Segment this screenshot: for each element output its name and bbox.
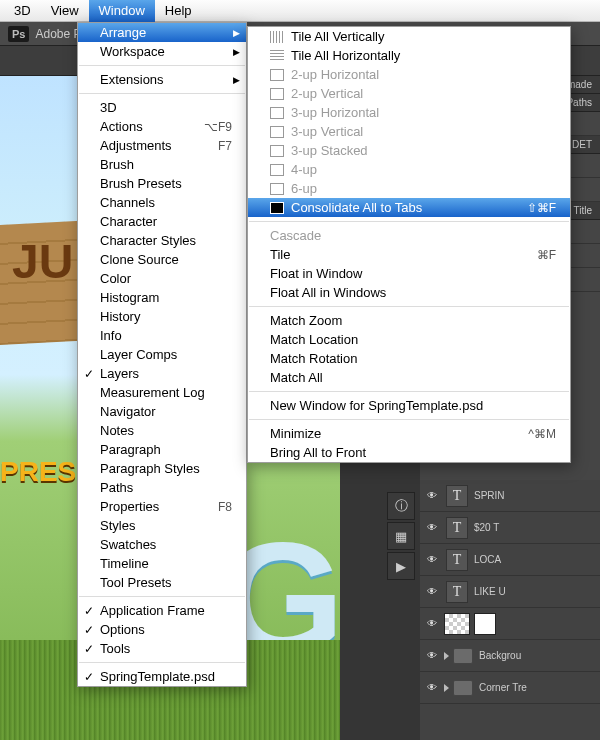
menu-item[interactable]: Application Frame [78, 601, 246, 620]
menu-item-label: Adjustments [100, 138, 172, 153]
menu-item-shortcut: ⌥F9 [184, 120, 232, 134]
panel-icon[interactable]: ▦ [387, 522, 415, 550]
menu-item[interactable]: Paragraph [78, 440, 246, 459]
menu-item[interactable]: Character [78, 212, 246, 231]
menu-item[interactable]: Tools [78, 639, 246, 658]
menu-item[interactable]: PropertiesF8 [78, 497, 246, 516]
menu-item-label: Swatches [100, 537, 156, 552]
menu-item[interactable]: Swatches [78, 535, 246, 554]
menu-item-label: Bring All to Front [270, 445, 366, 460]
menu-item[interactable]: Minimize^⌘M [248, 424, 570, 443]
layer-row[interactable]: 👁Corner Tre [420, 672, 600, 704]
menu-item[interactable]: SpringTemplate.psd [78, 667, 246, 686]
menu-item[interactable]: 3D [78, 98, 246, 117]
menu-item-label: Character Styles [100, 233, 196, 248]
menu-item[interactable]: Float All in Windows [248, 283, 570, 302]
box-icon [270, 183, 284, 195]
menu-item-label: Actions [100, 119, 143, 134]
menu-item[interactable]: Tile⌘F [248, 245, 570, 264]
menu-item[interactable]: Layers [78, 364, 246, 383]
menu-item-label: Clone Source [100, 252, 179, 267]
menu-item[interactable]: Measurement Log [78, 383, 246, 402]
layer-row[interactable]: 👁TSPRIN [420, 480, 600, 512]
menu-item[interactable]: Notes [78, 421, 246, 440]
menu-item-label: Info [100, 328, 122, 343]
menu-item-label: Navigator [100, 404, 156, 419]
menu-item-label: Tools [100, 641, 130, 656]
menu-item-shortcut: ^⌘M [508, 427, 556, 441]
box-icon [270, 164, 284, 176]
text-layer-icon: T [446, 517, 468, 539]
menubar-item-3d[interactable]: 3D [4, 0, 41, 22]
menu-item-label: Notes [100, 423, 134, 438]
menu-item[interactable]: Bring All to Front [248, 443, 570, 462]
menu-item[interactable]: Brush [78, 155, 246, 174]
menu-item[interactable]: Paragraph Styles [78, 459, 246, 478]
menu-item[interactable]: Actions⌥F9 [78, 117, 246, 136]
menu-item[interactable]: AdjustmentsF7 [78, 136, 246, 155]
menu-item[interactable]: Tile All Horizontally [248, 46, 570, 65]
visibility-icon[interactable]: 👁 [424, 586, 440, 597]
menu-item[interactable]: Character Styles [78, 231, 246, 250]
layer-row[interactable]: 👁 [420, 608, 600, 640]
menu-item[interactable]: Match Location [248, 330, 570, 349]
menu-item-label: Character [100, 214, 157, 229]
menu-item[interactable]: Styles [78, 516, 246, 535]
layer-row[interactable]: 👁TLIKE U [420, 576, 600, 608]
os-menubar[interactable]: 3D View Window Help [0, 0, 600, 22]
visibility-icon[interactable]: 👁 [424, 650, 440, 661]
menu-item[interactable]: Arrange [78, 23, 246, 42]
menu-item[interactable]: Extensions [78, 70, 246, 89]
layer-row[interactable]: 👁T$20 T [420, 512, 600, 544]
menu-item[interactable]: Paths [78, 478, 246, 497]
visibility-icon[interactable]: 👁 [424, 490, 440, 501]
menu-item-label: Float All in Windows [270, 285, 386, 300]
menu-item-label: 2-up Horizontal [291, 67, 379, 82]
menu-item[interactable]: Tool Presets [78, 573, 246, 592]
menubar-item-help[interactable]: Help [155, 0, 202, 22]
menu-item[interactable]: Workspace [78, 42, 246, 61]
visibility-icon[interactable]: 👁 [424, 522, 440, 533]
menu-item[interactable]: Histogram [78, 288, 246, 307]
visibility-icon[interactable]: 👁 [424, 618, 440, 629]
menu-item[interactable]: New Window for SpringTemplate.psd [248, 396, 570, 415]
menu-item[interactable]: Channels [78, 193, 246, 212]
layer-row[interactable]: 👁Backgrou [420, 640, 600, 672]
menu-item-label: Histogram [100, 290, 159, 305]
menu-item-label: 2-up Vertical [291, 86, 363, 101]
menu-item[interactable]: Clone Source [78, 250, 246, 269]
menu-item-label: Tile [270, 247, 290, 262]
menu-item[interactable]: Brush Presets [78, 174, 246, 193]
menu-item-label: Cascade [270, 228, 321, 243]
menu-item[interactable]: Tile All Vertically [248, 27, 570, 46]
menu-item[interactable]: History [78, 307, 246, 326]
menu-item: 2-up Horizontal [248, 65, 570, 84]
info-panel-icon[interactable]: ⓘ [387, 492, 415, 520]
menu-item-shortcut: F8 [198, 500, 232, 514]
box-icon [270, 145, 284, 157]
menu-item[interactable]: Color [78, 269, 246, 288]
menu-item[interactable]: Options [78, 620, 246, 639]
window-menu-dropdown: ArrangeWorkspaceExtensions3DActions⌥F9Ad… [77, 22, 247, 687]
visibility-icon[interactable]: 👁 [424, 682, 440, 693]
menu-item[interactable]: Match All [248, 368, 570, 387]
menu-item-label: History [100, 309, 140, 324]
menu-item[interactable]: Float in Window [248, 264, 570, 283]
collapsed-panel-icons: ⓘ ▦ ▶ [384, 490, 418, 582]
layer-row[interactable]: 👁TLOCA [420, 544, 600, 576]
menubar-item-window[interactable]: Window [89, 0, 155, 22]
disclosure-triangle-icon[interactable] [444, 684, 449, 692]
menu-item[interactable]: Layer Comps [78, 345, 246, 364]
menu-item[interactable]: Info [78, 326, 246, 345]
menu-item[interactable]: Timeline [78, 554, 246, 573]
menu-item-label: Extensions [100, 72, 164, 87]
menu-item[interactable]: Match Zoom [248, 311, 570, 330]
menu-item[interactable]: Consolidate All to Tabs⇧⌘F [248, 198, 570, 217]
menu-item[interactable]: Navigator [78, 402, 246, 421]
panel-icon[interactable]: ▶ [387, 552, 415, 580]
menubar-item-view[interactable]: View [41, 0, 89, 22]
visibility-icon[interactable]: 👁 [424, 554, 440, 565]
menu-item[interactable]: Match Rotation [248, 349, 570, 368]
menu-item-label: 3-up Vertical [291, 124, 363, 139]
disclosure-triangle-icon[interactable] [444, 652, 449, 660]
